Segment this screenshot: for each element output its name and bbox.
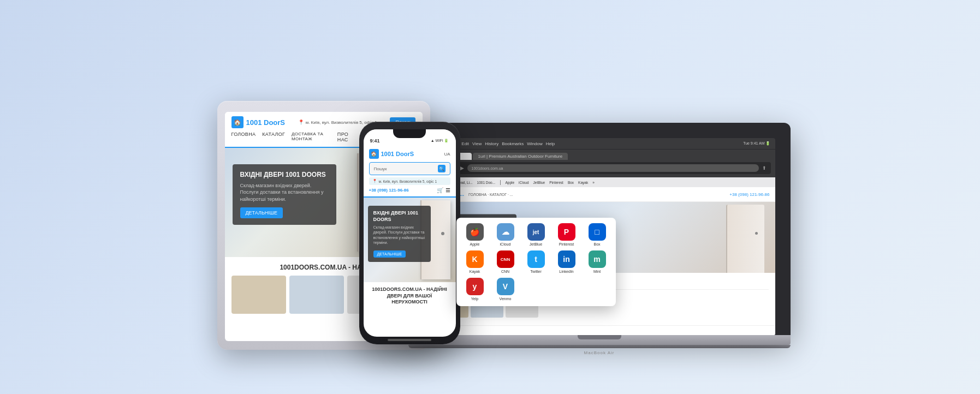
fav-icloud-label: iCloud — [500, 242, 511, 246]
fav-twitter[interactable]: t Twitter — [523, 250, 549, 273]
fav-linkedin[interactable]: in LinkedIn — [554, 250, 580, 273]
fav-mint-icon: m — [589, 250, 606, 268]
phone-frame: 9:41 ▲ WiFi 🔋 🏠 1001 DoorS UA Пошук 🔍 — [359, 122, 460, 344]
hero-door-sm — [726, 205, 764, 273]
bookmark-icloud[interactable]: iCloud — [519, 181, 528, 184]
fav-jet-label: JetBlue — [530, 242, 542, 246]
fav-yelp-icon: y — [466, 278, 484, 295]
fav-box-icon: □ — [589, 223, 606, 241]
browser-chrome: 1001 Door... 1url | Premium Australian O… — [424, 150, 775, 177]
fav-box[interactable]: □ Box — [584, 223, 610, 246]
phone-hero-btn[interactable]: ДЕТАЛЬНІШЕ — [373, 250, 406, 258]
website-content: 🍎 Apple ☁ iCloud jet JetBlue P — [424, 187, 775, 335]
fav-apple-label: Apple — [470, 242, 480, 246]
tablet-logo: 🏠 1001 DoorS — [231, 116, 286, 128]
macbook-label: MacBook Air — [408, 350, 791, 355]
phone-screen: 9:41 ▲ WiFi 🔋 🏠 1001 DoorS UA Пошук 🔍 — [364, 129, 456, 337]
fav-box-label: Box — [593, 242, 600, 246]
macbook-device: 🍎 Safari File Edit View History Bookmark… — [408, 123, 791, 355]
browser-tab-2[interactable]: 1url | Premium Australian Outdoor Furnit… — [473, 153, 568, 160]
tablet-menu-home[interactable]: ГОЛОВНА — [231, 132, 256, 142]
phone-section: 1001DOORS.COM.UA - НАДІЙНІ ДВЕРІ ДЛЯ ВАШ… — [364, 282, 456, 312]
phone-search-input-text[interactable]: Пошук — [374, 166, 436, 171]
favorites-dropdown: 🍎 Apple ☁ iCloud jet JetBlue P — [456, 218, 616, 306]
menu-bar-right: Tue 9:41 AM 🔋 — [743, 141, 770, 146]
fav-yelp[interactable]: y Yelp — [462, 278, 488, 301]
fav-venmo-icon: V — [497, 278, 514, 295]
macbook-notch — [578, 335, 621, 339]
bookmark-2[interactable]: 1001 Doo... — [477, 181, 496, 184]
fav-twitter-icon: t — [527, 250, 545, 268]
fav-kayak-label: Kayak — [470, 270, 480, 273]
phone-logo-text-label: 1001 DoorS — [381, 151, 414, 157]
site-nav-links-sm: ГОЛОВНА · КАТАЛОГ · ... — [468, 193, 725, 196]
phone-search-icon[interactable]: 🔍 — [438, 165, 446, 172]
bookmarks-menu-item: Bookmarks — [502, 141, 524, 146]
fav-kayak[interactable]: K Kayak — [462, 250, 488, 273]
fav-linkedin-label: LinkedIn — [559, 270, 573, 273]
fav-venmo-label: Venmo — [500, 297, 512, 301]
tablet-logo-text: 1001 DoorS — [246, 118, 286, 127]
macbook-screen-wrapper: 🍎 Safari File Edit View History Bookmark… — [408, 123, 791, 335]
phone-nav: 🏠 1001 DoorS UA Пошук 🔍 📍 м. Київ, вул. … — [364, 146, 456, 198]
bookmark-apple[interactable]: Apple — [505, 181, 514, 184]
fav-icloud[interactable]: ☁ iCloud — [492, 223, 519, 246]
fav-apple[interactable]: 🍎 Apple — [462, 223, 488, 246]
fav-pinterest[interactable]: P Pinterest — [554, 223, 580, 246]
phone-number[interactable]: +38 (098) 121-96-86 — [369, 188, 409, 193]
share-button[interactable]: ⬆ — [762, 165, 767, 171]
tablet-menu-about[interactable]: ПРО НАС — [337, 132, 354, 142]
fav-apple-icon: 🍎 — [466, 223, 484, 241]
phone-logo-row: 🏠 1001 DoorS UA — [369, 149, 450, 159]
phone-cart-icon[interactable]: 🛒 — [437, 187, 443, 193]
forward-button[interactable]: ▶ — [460, 165, 464, 171]
macbook-screen: 1001 Door... 1url | Premium Australian O… — [424, 150, 775, 335]
tablet-hero-desc: Склад-магазин вхідних дверей. Послуги до… — [240, 182, 329, 203]
fav-twitter-label: Twitter — [530, 270, 542, 273]
phone-logo-icon: 🏠 — [369, 149, 379, 159]
window-menu-item: Window — [527, 141, 542, 146]
macbook-base — [408, 335, 791, 345]
bookmark-jet[interactable]: JetBlue — [533, 181, 545, 184]
phone-hero-panel: ВХІДНІ ДВЕРІ 1001 DOORS Склад-магазин вх… — [368, 206, 431, 262]
bookmark-box[interactable]: Box — [568, 181, 574, 184]
tablet-hero-btn[interactable]: ДЕТАЛЬНІШЕ — [240, 207, 283, 218]
fav-cnn-label: CNN — [501, 270, 509, 273]
phone-logo: 🏠 1001 DoorS — [369, 149, 414, 159]
browser-tabs: 1001 Door... 1url | Premium Australian O… — [428, 153, 771, 160]
fav-mint[interactable]: m Mint — [584, 250, 610, 273]
history-menu-item: History — [485, 141, 498, 146]
phone-address-bar: 📍 м. Київ, вул. Визволителів 5, офіс 1 — [369, 177, 450, 185]
fav-linkedin-icon: in — [558, 250, 575, 268]
phone-home-indicator — [388, 339, 431, 341]
bookmark-more[interactable]: » — [592, 181, 595, 184]
fav-kayak-icon: K — [466, 250, 484, 268]
fav-cnn-icon: CNN — [497, 250, 514, 268]
address-bar[interactable]: 1001doors.com.ua — [467, 164, 759, 172]
fav-venmo[interactable]: V Venmo — [492, 278, 519, 301]
fav-yelp-label: Yelp — [471, 297, 478, 301]
tablet-menu-catalog[interactable]: КАТАЛОГ — [262, 132, 285, 142]
tablet-hero-panel: ВХІДНІ ДВЕРІ 1001 DOORS Склад-магазин вх… — [233, 164, 336, 225]
fav-pinterest-label: Pinterest — [559, 242, 574, 246]
phone-menu-icon[interactable]: ☰ — [446, 187, 450, 193]
address-text: 1001doors.com.ua — [472, 166, 503, 170]
macbook-menu-bar: 🍎 Safari File Edit View History Bookmark… — [424, 138, 775, 149]
fav-jet[interactable]: jet JetBlue — [523, 223, 549, 246]
phone-hero: ВХІДНІ ДВЕРІ 1001 DOORS Склад-магазин вх… — [364, 198, 456, 282]
scene: 🏠 1001 DoorS 📍 м. Київ, вул. Визволителі… — [190, 28, 791, 366]
bookmark-kayak[interactable]: Kayak — [578, 181, 588, 184]
fav-cnn[interactable]: CNN CNN — [492, 250, 519, 273]
tablet-location-icon: 📍 — [298, 120, 304, 125]
tablet-card-2 — [289, 276, 344, 314]
phone-hero-desc: Склад-магазин вхідних дверей. Послуги до… — [373, 225, 425, 244]
bookmarks-bar: Adventures, Radiohead, Li... 1001 Doo...… — [424, 177, 775, 187]
view-menu-item: View — [472, 141, 482, 146]
bookmark-pinterest[interactable]: Pinterest — [549, 181, 563, 184]
phone-device: 9:41 ▲ WiFi 🔋 🏠 1001 DoorS UA Пошук 🔍 — [359, 122, 460, 344]
phone-status-icons: ▲ WiFi 🔋 — [431, 139, 449, 143]
tablet-menu-delivery[interactable]: ДОСТАВКА ТА МОНТАЖ — [292, 132, 331, 142]
site-phone-sm: +38 (098) 121-96-86 — [729, 192, 769, 197]
phone-address-text: м. Київ, вул. Визволителів 5, офіс 1 — [379, 180, 437, 183]
fav-jet-icon: jet — [527, 223, 545, 241]
